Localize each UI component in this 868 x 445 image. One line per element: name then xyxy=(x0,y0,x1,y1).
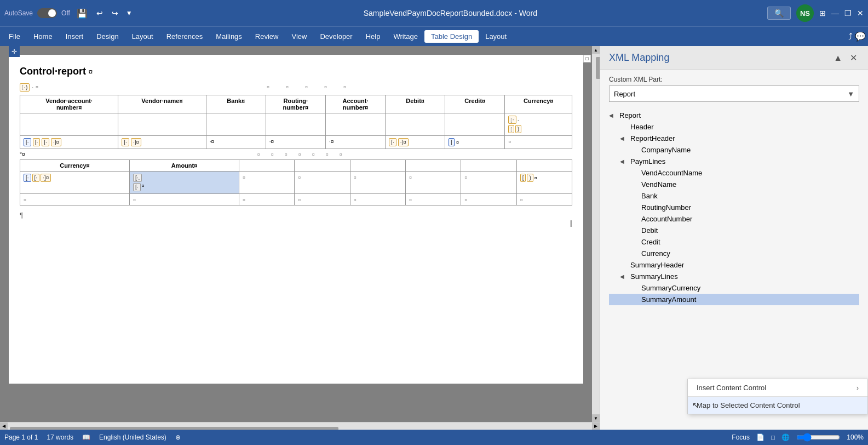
xml-panel-close-button[interactable]: ✕ xyxy=(848,52,859,64)
menu-mailings[interactable]: Mailings xyxy=(209,30,249,43)
table-move-handle[interactable]: ✛ xyxy=(9,46,20,57)
resize-handle[interactable]: □ xyxy=(583,55,591,62)
save-button[interactable]: 💾 xyxy=(74,8,90,19)
cc-last-2[interactable]: ) xyxy=(527,174,533,182)
cc-vn-2[interactable]: ·]¤ xyxy=(131,138,141,146)
tree-expand-summarylines[interactable]: ◀ xyxy=(620,273,629,279)
tree-expand-report[interactable]: ◀ xyxy=(609,112,618,118)
menu-references[interactable]: References xyxy=(160,30,209,43)
context-menu-insert-content-control[interactable]: Insert Content Control › xyxy=(688,379,867,396)
menu-insert[interactable]: Insert xyxy=(59,30,90,43)
xml-part-select[interactable]: Report ▼ xyxy=(609,85,859,102)
tree-label-summaryamount: SummaryAmount xyxy=(640,295,698,304)
tree-item-reportheader[interactable]: ◀ ReportHeader xyxy=(609,133,859,144)
proofing-icon[interactable]: 📖 xyxy=(82,433,90,441)
tree-item-vendaccountname[interactable]: VendAccountName xyxy=(609,167,859,179)
undo-button[interactable]: ↩ xyxy=(94,9,105,18)
tree-item-summarycurrency[interactable]: SummaryCurrency xyxy=(609,282,859,294)
scroll-down-button[interactable]: ▼ xyxy=(592,414,600,422)
vertical-scrollbar[interactable]: ▲ ▼ xyxy=(592,46,600,422)
share-button[interactable]: ⤴ xyxy=(848,32,853,42)
search-button[interactable]: 🔍 xyxy=(767,7,791,20)
tree-item-currency[interactable]: Currency xyxy=(609,248,859,259)
cc-sumcurr-1[interactable]: [· xyxy=(24,174,31,182)
tree-item-header[interactable]: Header xyxy=(609,121,859,133)
menu-view[interactable]: View xyxy=(285,30,313,43)
menu-writage[interactable]: Writage xyxy=(387,30,424,43)
maximize-button[interactable]: ❐ xyxy=(844,9,852,18)
horizontal-scrollbar[interactable]: ◀ ▶ xyxy=(0,422,600,430)
read-mode-icon[interactable]: 📄 xyxy=(756,433,764,441)
cc-sumcurr-2[interactable]: [· xyxy=(32,174,40,182)
close-window-button[interactable]: ✕ xyxy=(857,9,864,18)
cc-credit-1[interactable]: [ xyxy=(449,138,455,146)
comments-button[interactable]: 💬 xyxy=(855,31,866,42)
scroll-left-button[interactable]: ◀ xyxy=(0,423,8,430)
scroll-up-button[interactable]: ▲ xyxy=(592,46,600,54)
tree-item-accountnumber[interactable]: AccountNumber xyxy=(609,213,859,225)
amount-mark: ¤ xyxy=(142,183,145,191)
redo-button[interactable]: ↪ xyxy=(110,9,120,18)
cc-or-3[interactable]: ·]¤ xyxy=(51,138,61,146)
menu-table-design[interactable]: Table Design xyxy=(424,30,479,43)
tree-item-bank[interactable]: Bank xyxy=(609,190,859,202)
minimize-button[interactable]: — xyxy=(831,9,839,18)
cc-amount-1[interactable]: [·. xyxy=(133,174,142,182)
cc-curr-1[interactable]: [· xyxy=(508,116,516,124)
cc-curr-2[interactable]: [ xyxy=(508,125,514,133)
menu-table-layout[interactable]: Layout xyxy=(479,30,513,43)
cc-debit-1[interactable]: [· xyxy=(389,138,396,146)
tree-item-debit[interactable]: Debit xyxy=(609,225,859,236)
cc-amount-2[interactable]: [· xyxy=(133,183,141,191)
menu-file[interactable]: File xyxy=(2,30,27,43)
tree-item-summaryheader[interactable]: SummaryHeader xyxy=(609,259,859,271)
cell-3-1: [· [· [· ·]¤ xyxy=(20,136,118,149)
menu-developer[interactable]: Developer xyxy=(313,30,359,43)
menu-help[interactable]: Help xyxy=(359,30,387,43)
tree-item-report[interactable]: ◀ Report xyxy=(609,110,859,121)
small-mark-2: °¤ xyxy=(20,151,25,157)
col-debit: Debit¤ xyxy=(386,95,445,113)
cc-sumcurr-3[interactable]: ·]¤ xyxy=(41,174,51,182)
xml-panel-collapse-button[interactable]: ▲ xyxy=(831,52,844,64)
summary-col-empty3 xyxy=(350,160,405,172)
menu-layout[interactable]: Layout xyxy=(125,30,160,43)
menu-home[interactable]: Home xyxy=(27,30,59,43)
menu-design[interactable]: Design xyxy=(90,30,125,43)
cc-debit-2[interactable]: ·]¤ xyxy=(398,138,409,146)
zoom-slider[interactable] xyxy=(796,433,840,442)
h-scroll-thumb[interactable] xyxy=(10,427,338,430)
tree-item-paymlines[interactable]: ◀ PaymLines xyxy=(609,156,859,167)
scroll-thumb[interactable] xyxy=(596,57,600,79)
cc-vn-1[interactable]: [· xyxy=(122,138,129,146)
tree-item-summaryamount[interactable]: SummaryAmount xyxy=(609,294,859,305)
tracking-icon[interactable]: ⊕ xyxy=(175,433,181,441)
tree-item-credit[interactable]: Credit xyxy=(609,236,859,248)
tree-expand-paymlines[interactable]: ◀ xyxy=(620,158,629,164)
language-indicator[interactable]: English (United States) xyxy=(99,433,166,441)
tree-item-routingnumber[interactable]: RoutingNumber xyxy=(609,202,859,213)
quick-access-dropdown[interactable]: ▼ xyxy=(125,9,134,17)
restore-window-button[interactable]: ⊞ xyxy=(819,9,826,18)
autosave-toggle[interactable] xyxy=(37,8,57,18)
tree-item-summarylines[interactable]: ◀ SummaryLines xyxy=(609,271,859,282)
menu-review[interactable]: Review xyxy=(249,30,285,43)
web-layout-icon[interactable]: 🌐 xyxy=(781,433,790,441)
cc-orange-1[interactable]: [·) xyxy=(20,83,30,92)
print-layout-icon[interactable]: □ xyxy=(771,433,775,441)
context-menu-map-to-selected[interactable]: Map to Selected Content Control xyxy=(688,397,867,414)
cc-or-1[interactable]: [· xyxy=(33,138,41,146)
tree-item-companyname[interactable]: CompanyName xyxy=(609,144,859,156)
cc-or-2[interactable]: [· xyxy=(42,138,49,146)
tree-item-vendname[interactable]: VendName xyxy=(609,179,859,190)
cc-curr-3[interactable]: ) xyxy=(515,125,521,133)
scroll-right-button[interactable]: ▶ xyxy=(592,423,600,430)
tree-expand-reportheader[interactable]: ◀ xyxy=(620,135,629,141)
user-avatar[interactable]: NS xyxy=(796,4,814,22)
cc-last-1[interactable]: [ xyxy=(520,174,526,182)
summary-amount-cell[interactable]: [·. [· ¤ xyxy=(130,172,239,194)
summary-currency-cell: [· [· ·]¤ xyxy=(20,172,130,194)
focus-button[interactable]: Focus xyxy=(732,433,750,441)
document-scroll-area[interactable]: ✛ Control·report ¤ [·) · ¤ ¤ ¤ ¤ ¤ xyxy=(0,46,592,422)
cc-blue-1[interactable]: [· xyxy=(24,138,31,146)
